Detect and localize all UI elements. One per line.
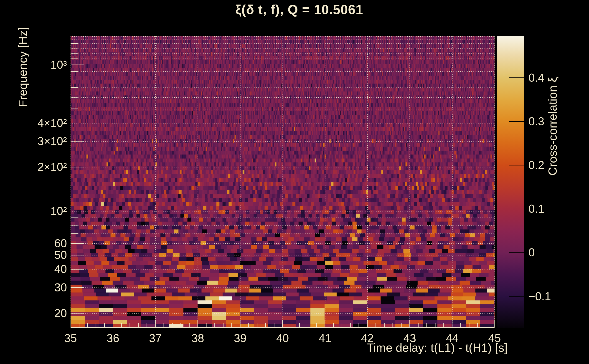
x-axis-title: Time delay: t(L1) - t(H1) [s]: [367, 341, 508, 354]
x-tick-label: 35: [64, 333, 77, 344]
x-tick-label: 39: [234, 333, 247, 344]
colorbar-title: Cross-correlation ξ: [546, 77, 559, 176]
figure-root: ξ(δ t, f), Q = 10.5061 Frequency [Hz] Ti…: [0, 0, 589, 364]
y-tick-label: 20: [0, 308, 67, 319]
y-tick-label: 50: [0, 249, 67, 261]
heatmap-canvas: [71, 36, 495, 328]
y-tick-label: 60: [0, 238, 67, 249]
y-tick-label: 3×10²: [0, 136, 67, 147]
colorbar-tick-label: 0: [529, 247, 535, 258]
colorbar-tick-label: 0.3: [529, 116, 544, 127]
y-tick-label: 4×10²: [0, 117, 67, 129]
y-tick-label: 10³: [0, 59, 67, 71]
x-tick-label: 45: [488, 333, 501, 344]
x-tick-label: 44: [446, 333, 458, 344]
x-tick-label: 42: [361, 333, 374, 344]
y-tick-label: 30: [0, 282, 67, 293]
x-tick-label: 36: [106, 333, 119, 344]
colorbar-tick-label: −0.1: [529, 291, 551, 302]
y-tick-label: 10²: [0, 205, 67, 217]
plot-title: ξ(δ t, f), Q = 10.5061: [72, 2, 527, 17]
y-tick-label: 2×10²: [0, 161, 67, 173]
x-tick-label: 37: [149, 333, 162, 344]
x-tick-label: 41: [319, 333, 331, 344]
x-tick-label: 40: [276, 333, 289, 344]
y-tick-label: 40: [0, 263, 67, 275]
x-tick-label: 43: [404, 333, 416, 344]
colorbar-tick-label: 0.4: [529, 72, 544, 84]
colorbar-tick-label: 0.2: [529, 159, 544, 171]
colorbar: [497, 36, 524, 328]
colorbar-tick-label: 0.1: [529, 203, 544, 214]
x-tick-label: 38: [191, 333, 204, 344]
